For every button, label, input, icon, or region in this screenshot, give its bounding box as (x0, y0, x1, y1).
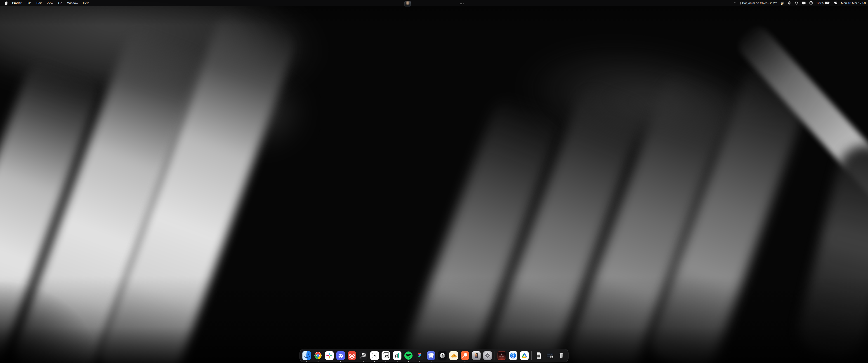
battery-status[interactable]: 100% (816, 1, 830, 5)
wallpaper-shape (794, 140, 868, 363)
menu-go[interactable]: Go (56, 1, 65, 5)
event-indicator-bar (740, 2, 741, 4)
running-indicator (306, 361, 307, 362)
dock-1password-icon[interactable] (509, 351, 518, 360)
dock-figma-icon[interactable] (415, 351, 424, 360)
running-indicator (397, 361, 398, 362)
dock-spotify-icon[interactable] (404, 351, 413, 360)
dock-document-file-icon[interactable] (534, 351, 543, 360)
status-1password-icon[interactable] (809, 1, 813, 5)
battery-percent: 100% (816, 1, 824, 4)
running-indicator (318, 361, 318, 362)
svg-text:g: g (781, 1, 783, 5)
menubar-event-widget[interactable]: Dar jantar do Chico · in 2m (740, 1, 777, 5)
running-indicator (374, 361, 375, 362)
running-indicator (431, 361, 432, 362)
dock-notion-calendar-icon[interactable]: 10 (381, 351, 390, 360)
running-indicator (419, 361, 420, 362)
dock-todoist-icon[interactable] (348, 351, 356, 360)
dock-system-settings-icon[interactable] (483, 351, 492, 360)
audio-dot (461, 3, 462, 4)
dock-cube-3d-icon[interactable] (438, 351, 447, 360)
running-indicator (340, 361, 341, 362)
dock-divider (531, 351, 532, 360)
menu-bar: Finder FileEditViewGoWindowHelp Dar jant… (0, 0, 868, 6)
menu-window[interactable]: Window (65, 1, 81, 5)
dock-postico-icon[interactable] (450, 351, 458, 360)
svg-text:11: 11 (551, 356, 553, 358)
menu-view[interactable]: View (44, 1, 56, 5)
battery-icon (825, 1, 830, 5)
desktop-wallpaper (0, 0, 868, 363)
svg-text:N: N (373, 354, 376, 358)
dock-slack-icon[interactable] (325, 351, 334, 360)
dock-postman-icon[interactable] (461, 351, 469, 360)
dock-finder-icon[interactable] (303, 351, 311, 360)
apple-menu-icon[interactable] (5, 1, 8, 5)
dock-trash-icon[interactable] (557, 351, 565, 360)
dock: N10graycast11 (300, 349, 568, 362)
status-display-icon[interactable] (802, 1, 806, 5)
dock-chrome-icon[interactable] (314, 351, 322, 360)
control-center-icon[interactable] (834, 1, 837, 5)
running-indicator (385, 361, 386, 362)
dock-notion-icon[interactable]: N (370, 351, 379, 360)
dock-paste-icon[interactable] (427, 351, 435, 360)
dock-linear-icon[interactable] (359, 351, 368, 360)
event-text: Dar jantar do Chico · in 2m (742, 1, 777, 5)
menu-file[interactable]: File (24, 1, 34, 5)
menu-help[interactable]: Help (81, 1, 92, 5)
notch-album-art[interactable] (404, 1, 411, 7)
dock-google-drive-icon[interactable] (520, 351, 529, 360)
menu-app-finder[interactable]: Finder (10, 1, 24, 5)
status-sparkle-icon[interactable] (787, 1, 791, 5)
svg-text:raycast: raycast (500, 356, 504, 357)
menu-edit[interactable]: Edit (34, 1, 44, 5)
dock-discord-icon[interactable] (336, 351, 345, 360)
audio-dot (460, 3, 461, 4)
dock-grammarly-icon[interactable]: g (393, 351, 401, 360)
running-indicator (408, 361, 409, 362)
audio-dot (463, 3, 464, 4)
menubar-clock[interactable]: Mon 10 Mar 17:58 (841, 1, 866, 5)
menubar-overflow-icon[interactable] (733, 1, 737, 5)
notch-audio-indicator[interactable] (460, 3, 464, 4)
svg-text:g: g (395, 353, 398, 358)
dock-raycast-icon[interactable]: raycast (498, 351, 506, 360)
dock-iphone-mirroring-icon[interactable] (472, 351, 480, 360)
dock-screenshot-file-icon[interactable]: 11 (546, 351, 554, 360)
status-grammarly-menu-icon[interactable]: g (780, 1, 784, 5)
running-indicator (363, 361, 364, 362)
status-pick-icon[interactable] (795, 1, 798, 5)
svg-text:10: 10 (385, 354, 388, 357)
running-indicator (465, 361, 465, 362)
